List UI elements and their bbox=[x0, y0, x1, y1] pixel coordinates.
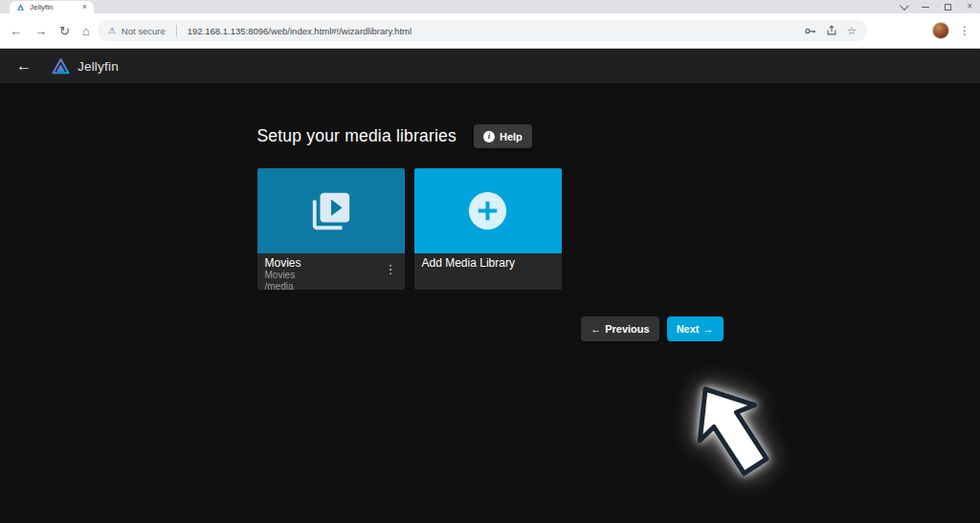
page-viewport: ← Jellyfin Setup your media libraries i … bbox=[0, 49, 980, 522]
arrow-right-icon: → bbox=[703, 324, 714, 335]
tab-close-icon[interactable]: × bbox=[82, 3, 87, 11]
app-back-button[interactable]: ← bbox=[16, 58, 32, 74]
browser-back-button[interactable]: ← bbox=[10, 25, 22, 37]
address-bar[interactable]: ⚠ Not secure 192.168.1.135:8096/web/inde… bbox=[98, 20, 867, 41]
jellyfin-logo-icon bbox=[52, 57, 70, 76]
add-media-library-card[interactable]: Add Media Library bbox=[414, 168, 562, 290]
tutorial-cursor-arrow bbox=[651, 376, 794, 489]
browser-profile-avatar[interactable] bbox=[932, 22, 949, 39]
previous-button-label: Previous bbox=[605, 323, 649, 335]
jellyfin-brand: Jellyfin bbox=[52, 57, 119, 76]
info-icon: i bbox=[483, 131, 495, 142]
card-path: /media bbox=[265, 281, 397, 290]
next-button[interactable]: Next → bbox=[667, 316, 724, 341]
library-cards-row: Movies Movies /media ⋮ Add Media Library bbox=[257, 168, 724, 290]
add-card-image[interactable] bbox=[414, 168, 562, 253]
arrow-left-icon: ← bbox=[590, 324, 601, 335]
browser-toolbar: ← → ↻ ⌂ ⚠ Not secure 192.168.1.135:8096/… bbox=[0, 13, 980, 49]
browser-menu-icon[interactable]: ⋮ bbox=[959, 25, 970, 36]
card-title: Add Media Library bbox=[422, 256, 554, 270]
brand-name: Jellyfin bbox=[78, 59, 119, 74]
help-button-label: Help bbox=[500, 131, 523, 142]
browser-tabstrip: Jellyfin × × bbox=[0, 0, 980, 13]
browser-forward-button[interactable]: → bbox=[34, 25, 47, 37]
share-icon[interactable] bbox=[826, 25, 837, 36]
video-library-icon bbox=[309, 189, 353, 233]
browser-tab[interactable]: Jellyfin × bbox=[10, 1, 94, 13]
not-secure-warning-icon: ⚠ bbox=[108, 27, 116, 35]
help-button[interactable]: i Help bbox=[474, 124, 532, 148]
library-card-movies[interactable]: Movies Movies /media ⋮ bbox=[257, 168, 405, 290]
window-chevron-icon[interactable] bbox=[900, 1, 909, 11]
bookmark-star-icon[interactable]: ☆ bbox=[847, 26, 857, 36]
app-header: ← Jellyfin bbox=[0, 49, 980, 83]
card-title: Movies bbox=[265, 256, 397, 270]
movies-card-footer: Movies Movies /media ⋮ bbox=[257, 253, 405, 290]
url-text[interactable]: 192.168.1.135:8096/web/index.html#!/wiza… bbox=[188, 26, 798, 36]
browser-home-button[interactable]: ⌂ bbox=[82, 25, 90, 37]
next-button-label: Next bbox=[677, 323, 700, 335]
card-menu-icon[interactable]: ⋮ bbox=[381, 259, 401, 279]
wizard-content: Setup your media libraries i Help Movies… bbox=[257, 83, 724, 341]
window-restore-button[interactable] bbox=[945, 4, 951, 11]
window-close-button[interactable]: × bbox=[967, 2, 972, 11]
browser-reload-button[interactable]: ↻ bbox=[59, 25, 70, 37]
page-title: Setup your media libraries bbox=[257, 126, 457, 146]
window-minimize-button[interactable] bbox=[922, 7, 929, 8]
not-secure-label[interactable]: Not secure bbox=[122, 26, 166, 36]
previous-button[interactable]: ← Previous bbox=[581, 316, 658, 341]
key-icon[interactable] bbox=[804, 25, 816, 37]
tab-title: Jellyfin bbox=[30, 3, 78, 11]
card-subtitle: Movies bbox=[265, 270, 397, 281]
jellyfin-favicon bbox=[16, 3, 25, 11]
add-card-footer: Add Media Library bbox=[414, 253, 562, 290]
add-circle-icon bbox=[465, 188, 510, 233]
address-divider bbox=[176, 25, 177, 36]
movies-card-image[interactable] bbox=[257, 168, 405, 253]
wizard-buttons-row: ← Previous Next → bbox=[257, 316, 724, 341]
